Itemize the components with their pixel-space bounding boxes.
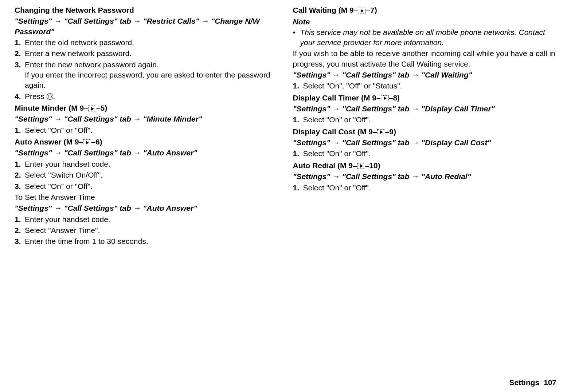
path-auto-answer-2: "Settings" → "Call Settings" tab → "Auto… [15,203,278,213]
step-item: 1.Select "On" or "Off". [293,149,557,159]
note-label: Note [293,17,557,27]
step-item: 1.Select "On" or "Off". [15,125,278,135]
step-item: 1.Enter your handset code. [15,214,278,225]
step-text: Select "On" or "Off". [303,149,557,159]
content-columns: Changing the Network Password "Settings"… [15,4,556,247]
step-text: Enter the new network password again. [25,60,278,70]
step-text: Select "Answer Time". [25,225,278,235]
dpad-right-icon [358,8,366,13]
steps-auto-redial: 1.Select "On" or "Off". [293,183,557,193]
dpad-right-icon [83,139,91,145]
step-text: Enter your handset code. [25,159,278,169]
heading-call-waiting: Call Waiting (M 9––7) [293,5,557,15]
step-item: 1.Select "On" or "Off". [293,115,557,125]
heading-minute-minder: Minute Minder (M 9––5) [15,103,278,113]
heading-auto-redial: Auto Redial (M 9––10) [293,161,557,171]
heading-change-network-password: Changing the Network Password [15,5,278,15]
step-text: Select "On" or "Off". [303,115,557,125]
note-bullet: • This service may not be available on a… [293,27,557,48]
step-item: 3.Enter the new network password again. [15,60,278,70]
step-text: Enter the old network password. [25,37,278,48]
steps-change-network-password: 1.Enter the old network password. 2.Ente… [15,37,278,70]
step-item: 4.Press . [15,91,278,102]
step-text: Enter your handset code. [25,214,278,225]
heading-display-call-cost: Display Call Cost (M 9––9) [293,127,557,137]
ok-button-icon [47,93,53,100]
right-column: Call Waiting (M 9––7) Note • This servic… [293,4,557,247]
step-item: 1.Select "On" or "Off". [293,183,557,193]
steps-change-network-password-cont: 4.Press . [15,91,278,102]
step-text: Enter the time from 1 to 30 seconds. [25,236,278,246]
path-auto-redial: "Settings" → "Call Settings" tab → "Auto… [293,171,557,182]
step-item: 1.Enter your handset code. [15,159,278,169]
dpad-right-icon [381,95,389,101]
step-text: Enter a new network password. [25,48,278,59]
step-item: 2.Select "Answer Time". [15,225,278,235]
step-item: 2.Enter a new network password. [15,48,278,59]
bullet-icon: • [293,27,300,48]
step-item: 2.Select "Switch On/Off". [15,170,278,180]
path-call-waiting: "Settings" → "Call Settings" tab → "Call… [293,70,557,80]
steps-answer-time: 1.Enter your handset code. 2.Select "Ans… [15,214,278,247]
step-text: Select "On" or "Off". [25,181,278,191]
page-footer: Settings 107 [509,377,556,388]
note-text: This service may not be available on all… [300,27,557,48]
step-item: 3.Select "On" or "Off". [15,181,278,191]
footer-label: Settings [509,378,539,387]
body-call-waiting: If you wish to be able to receive anothe… [293,48,557,69]
path-display-call-timer: "Settings" → "Call Settings" tab → "Disp… [293,104,557,114]
path-change-network-password: "Settings" → "Call Settings" tab → "Rest… [15,16,278,37]
steps-display-call-cost: 1.Select "On" or "Off". [293,149,557,159]
step-subtext: If you enter the incorrect password, you… [25,70,278,91]
steps-display-call-timer: 1.Select "On" or "Off". [293,115,557,125]
page-number: 107 [544,378,556,387]
steps-auto-answer: 1.Enter your handset code. 2.Select "Swi… [15,159,278,191]
step-text: Select "On", "Off" or "Status". [303,81,557,91]
step-text: Select "On" or "Off". [303,183,557,193]
heading-display-call-timer: Display Call Timer (M 9––8) [293,93,557,103]
left-column: Changing the Network Password "Settings"… [15,4,278,247]
path-auto-answer: "Settings" → "Call Settings" tab → "Auto… [15,148,278,158]
step-text: Select "Switch On/Off". [25,170,278,180]
step-item: 1.Select "On", "Off" or "Status". [293,81,557,91]
dpad-right-icon [357,163,365,169]
path-display-call-cost: "Settings" → "Call Settings" tab → "Disp… [293,138,557,148]
heading-auto-answer: Auto Answer (M 9––6) [15,137,278,147]
subheading-set-answer-time: To Set the Answer Time [15,192,278,202]
path-minute-minder: "Settings" → "Call Settings" tab → "Minu… [15,114,278,124]
step-text: Select "On" or "Off". [25,125,278,135]
step-item: 1.Enter the old network password. [15,37,278,48]
dpad-right-icon [88,106,96,111]
steps-call-waiting: 1.Select "On", "Off" or "Status". [293,81,557,91]
step-text: Press . [25,91,278,102]
steps-minute-minder: 1.Select "On" or "Off". [15,125,278,135]
step-item: 3.Enter the time from 1 to 30 seconds. [15,236,278,246]
dpad-right-icon [377,129,385,135]
